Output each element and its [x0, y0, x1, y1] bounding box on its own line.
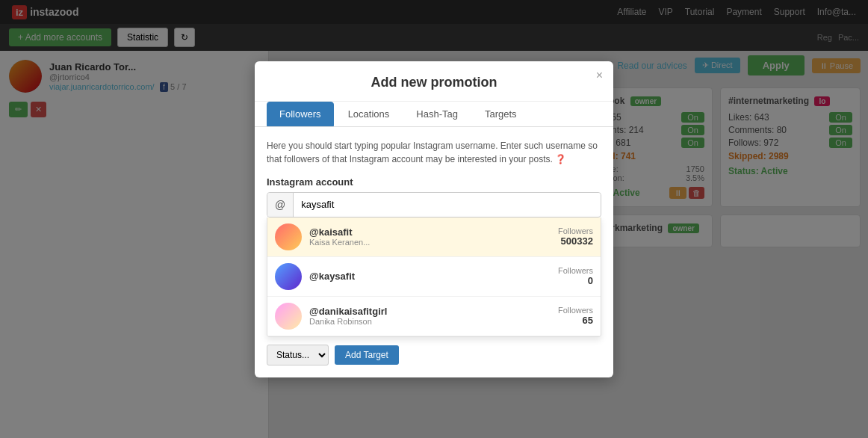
tab-hash-tag[interactable]: Hash-Tag: [403, 102, 471, 126]
tab-locations[interactable]: Locations: [335, 102, 403, 126]
dropdown-username-3: @danikaisafitgirl: [309, 306, 558, 317]
dropdown-realname-3: Danika Robinson: [309, 317, 558, 326]
dropdown-avatar-3: [275, 303, 302, 330]
add-target-row: Status... Add Target: [267, 345, 601, 365]
modal-overlay[interactable]: Add new promotion × Followers Locations …: [0, 0, 868, 438]
dropdown-item-3[interactable]: @danikaisafitgirl Danika Robinson Follow…: [267, 297, 601, 336]
input-label: Instagram account: [267, 176, 601, 188]
dropdown-info-3: @danikaisafitgirl Danika Robinson: [309, 306, 558, 326]
at-symbol: @: [267, 193, 294, 217]
modal-close-button[interactable]: ×: [596, 69, 603, 82]
instagram-input-wrapper: @: [267, 192, 601, 218]
dropdown-username-2: @kaysafit: [309, 271, 558, 282]
dropdown-item-1[interactable]: @kaisafit Kaisa Keranen... Followers 500…: [267, 218, 601, 257]
dropdown-info-2: @kaysafit: [309, 271, 558, 282]
dropdown-username-1: @kaisafit: [309, 226, 558, 238]
tab-targets[interactable]: Targets: [472, 102, 530, 126]
modal-body: Here you should start typing popular Ins…: [255, 127, 613, 377]
modal: Add new promotion × Followers Locations …: [255, 61, 613, 377]
dropdown-avatar-2: [275, 263, 302, 290]
modal-tabs: Followers Locations Hash-Tag Targets: [255, 102, 613, 127]
modal-title: Add new promotion: [270, 75, 598, 90]
add-target-button[interactable]: Add Target: [335, 345, 399, 365]
dropdown-followers-2: Followers 0: [558, 266, 593, 286]
dropdown-avatar-1: [275, 223, 302, 250]
tab-followers[interactable]: Followers: [267, 102, 334, 126]
dropdown-realname-1: Kaisa Keranen...: [309, 238, 558, 247]
dropdown-followers-1: Followers 500332: [558, 226, 593, 247]
status-select[interactable]: Status...: [267, 345, 329, 365]
dropdown-item-2[interactable]: @kaysafit Followers 0: [267, 257, 601, 297]
dropdown-info-1: @kaisafit Kaisa Keranen...: [309, 226, 558, 247]
instagram-input[interactable]: [294, 193, 601, 216]
dropdown-list: @kaisafit Kaisa Keranen... Followers 500…: [267, 218, 601, 337]
dropdown-followers-3: Followers 65: [558, 306, 593, 326]
modal-description: Here you should start typing popular Ins…: [267, 139, 601, 166]
help-icon[interactable]: ❓: [555, 154, 566, 164]
modal-header: Add new promotion ×: [255, 61, 613, 102]
